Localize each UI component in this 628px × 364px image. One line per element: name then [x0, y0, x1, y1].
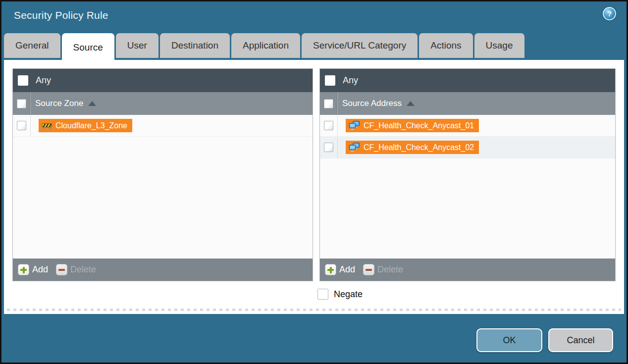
tab[interactable]: Destination: [160, 33, 230, 58]
source-address-column-header[interactable]: Source Address: [320, 92, 615, 115]
dialog-actions: OK Cancel: [476, 328, 613, 352]
zone-chip[interactable]: Cloudflare_L3_Zone: [39, 119, 132, 132]
tab[interactable]: Service/URL Category: [302, 33, 418, 58]
tab-label: General: [15, 40, 49, 51]
sort-ascending-icon: [88, 101, 96, 106]
ok-button[interactable]: OK: [476, 328, 542, 352]
zone-name: Cloudflare_L3_Zone: [55, 120, 127, 131]
source-address-panel: Any Source Address: [319, 68, 616, 281]
table-row[interactable]: CF_Health_Check_Anycast_02: [320, 137, 615, 158]
delete-button[interactable]: Delete: [363, 264, 403, 275]
negate-checkbox[interactable]: [317, 289, 328, 300]
plus-icon: [18, 264, 29, 275]
row-checkbox[interactable]: [324, 121, 333, 130]
source-zone-list: Cloudflare_L3_Zone: [13, 115, 313, 259]
resize-grip-strip: [7, 309, 621, 311]
delete-label: Delete: [70, 264, 96, 275]
source-zone-panel: Any Source Zone: [12, 68, 313, 281]
tab[interactable]: Usage: [474, 33, 524, 58]
add-label: Add: [32, 264, 48, 275]
table-row[interactable]: Cloudflare_L3_Zone: [13, 115, 313, 137]
source-address-any-header: Any: [320, 69, 615, 92]
sort-ascending-icon: [407, 101, 415, 106]
plus-icon: [325, 264, 336, 275]
tab-label: Service/URL Category: [313, 40, 406, 51]
source-zone-toolbar: Add Delete: [13, 259, 313, 281]
source-address-toolbar: Add Delete: [320, 259, 615, 281]
tab[interactable]: User: [116, 33, 158, 58]
any-label: Any: [36, 75, 51, 86]
dialog-titlebar: Security Policy Rule ?: [1, 1, 627, 32]
minus-icon: [56, 264, 67, 275]
select-all-checkbox[interactable]: [17, 99, 26, 108]
tab[interactable]: General: [4, 33, 60, 58]
tab-label: Destination: [171, 40, 218, 51]
tab-content-source: Any Source Zone: [4, 60, 624, 314]
delete-button[interactable]: Delete: [56, 264, 96, 275]
column-header-label: Source Address: [342, 99, 402, 108]
tab-label: Source: [73, 42, 103, 53]
address-name: CF_Health_Check_Anycast_02: [364, 142, 474, 153]
address-chip[interactable]: CF_Health_Check_Anycast_01: [346, 119, 479, 132]
address-chip[interactable]: CF_Health_Check_Anycast_02: [346, 141, 479, 154]
tab[interactable]: Source: [62, 33, 114, 62]
tab[interactable]: Application: [231, 33, 300, 58]
minus-icon: [363, 264, 374, 275]
column-header-label: Source Zone: [35, 99, 83, 108]
add-label: Add: [339, 264, 355, 275]
cancel-button[interactable]: Cancel: [548, 328, 613, 352]
dialog-title: Security Policy Rule: [14, 9, 108, 21]
add-button[interactable]: Add: [18, 264, 48, 275]
any-label: Any: [343, 75, 358, 86]
source-address-list: CF_Health_Check_Anycast_01: [320, 115, 615, 259]
tab-label: User: [127, 40, 147, 51]
tab-label: Actions: [430, 40, 461, 51]
any-checkbox[interactable]: [18, 75, 28, 86]
select-all-checkbox[interactable]: [324, 99, 333, 108]
tab[interactable]: Actions: [419, 33, 472, 58]
security-policy-rule-dialog: Security Policy Rule ? General Source Us…: [0, 0, 628, 364]
address-icon: [349, 121, 360, 130]
zone-icon: [42, 122, 52, 130]
any-checkbox[interactable]: [325, 75, 335, 86]
source-zone-any-header: Any: [13, 69, 313, 92]
table-row[interactable]: CF_Health_Check_Anycast_01: [320, 115, 615, 137]
help-icon[interactable]: ?: [603, 7, 616, 20]
row-checkbox[interactable]: [17, 121, 26, 130]
delete-label: Delete: [377, 264, 403, 275]
address-icon: [349, 143, 360, 152]
address-name: CF_Health_Check_Anycast_01: [364, 120, 474, 131]
negate-row: Negate: [317, 289, 363, 300]
tab-label: Application: [243, 40, 289, 51]
source-zone-column-header[interactable]: Source Zone: [13, 92, 313, 115]
tab-label: Usage: [486, 40, 513, 51]
negate-label: Negate: [334, 289, 363, 300]
row-checkbox[interactable]: [324, 143, 333, 152]
tab-bar: General Source User Destination Applicat…: [4, 33, 624, 62]
add-button[interactable]: Add: [325, 264, 355, 275]
